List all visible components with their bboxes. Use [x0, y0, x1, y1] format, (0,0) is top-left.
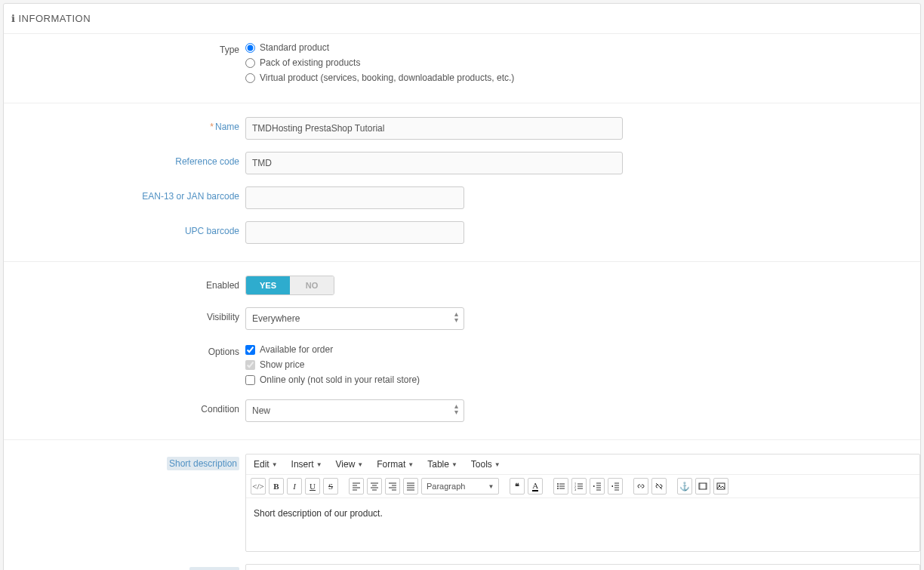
indent-button[interactable]: [608, 478, 623, 495]
underline-button[interactable]: U: [305, 478, 320, 495]
upc-input[interactable]: [245, 221, 464, 244]
label-enabled: Enabled: [4, 276, 245, 291]
menu-insert[interactable]: Insert▼: [288, 567, 325, 570]
unlink-button[interactable]: [651, 478, 667, 495]
svg-point-1: [557, 485, 559, 487]
check-online-only-label: Online only (not sold in your retail sto…: [260, 374, 420, 385]
menu-tools[interactable]: Tools▼: [468, 457, 504, 472]
information-panel: ℹINFORMATION Type Standard product Pack …: [3, 3, 921, 570]
paragraph-select[interactable]: Paragraph▼: [421, 478, 499, 495]
menu-view[interactable]: View▼: [333, 567, 367, 570]
svg-point-0: [557, 483, 559, 485]
panel-title: INFORMATION: [19, 13, 91, 24]
editor-menubar: Edit▼ Insert▼ View▼ Format▼ Table▼ Tools…: [246, 565, 919, 570]
check-show-price[interactable]: [245, 360, 255, 370]
toggle-no[interactable]: NO: [290, 276, 334, 294]
label-condition: Condition: [4, 399, 245, 414]
toggle-yes[interactable]: YES: [246, 276, 290, 294]
short-description-content[interactable]: Short description of our product.: [246, 498, 919, 551]
menu-edit[interactable]: Edit▼: [251, 457, 281, 472]
condition-select[interactable]: New: [245, 399, 464, 422]
align-left-button[interactable]: [349, 478, 364, 495]
label-type: Type: [4, 40, 245, 55]
align-justify-button[interactable]: [403, 478, 418, 495]
label-description: Description: [4, 564, 245, 570]
menu-table[interactable]: Table▼: [424, 457, 460, 472]
align-center-button[interactable]: [367, 478, 382, 495]
menu-view[interactable]: View▼: [333, 457, 367, 472]
menu-table[interactable]: Table▼: [424, 567, 460, 570]
outdent-button[interactable]: [590, 478, 605, 495]
italic-button[interactable]: I: [287, 478, 302, 495]
svg-text:3: 3: [574, 488, 576, 491]
radio-pack-label: Pack of existing products: [260, 57, 360, 68]
visibility-select[interactable]: Everywhere: [245, 307, 464, 330]
svg-rect-9: [717, 483, 725, 489]
enabled-toggle[interactable]: YES NO: [245, 276, 334, 295]
radio-virtual-label: Virtual product (services, booking, down…: [260, 72, 514, 83]
panel-header: ℹINFORMATION: [4, 4, 920, 34]
label-short-description: Short description: [4, 454, 245, 469]
label-upc: UPC barcode: [4, 221, 245, 236]
menu-insert[interactable]: Insert▼: [288, 457, 325, 472]
name-input[interactable]: [245, 117, 623, 140]
radio-pack-product[interactable]: [245, 58, 255, 68]
label-ean13: EAN-13 or JAN barcode: [4, 186, 245, 202]
check-online-only[interactable]: [245, 375, 255, 385]
text-color-button[interactable]: A: [528, 478, 543, 495]
blockquote-button[interactable]: ❝: [510, 478, 525, 495]
radio-standard-product[interactable]: [245, 43, 255, 53]
bold-button[interactable]: B: [269, 478, 284, 495]
image-button[interactable]: [713, 478, 728, 495]
ean13-input[interactable]: [245, 186, 464, 209]
description-editor: Edit▼ Insert▼ View▼ Format▼ Table▼ Tools…: [245, 564, 920, 570]
label-visibility: Visibility: [4, 307, 245, 322]
radio-virtual-product[interactable]: [245, 73, 255, 83]
svg-rect-7: [699, 483, 701, 489]
short-description-editor: Edit▼ Insert▼ View▼ Format▼ Table▼ Tools…: [245, 454, 920, 552]
svg-rect-8: [705, 483, 707, 489]
menu-tools[interactable]: Tools▼: [468, 567, 504, 570]
menu-format[interactable]: Format▼: [374, 457, 417, 472]
svg-point-2: [557, 488, 559, 489]
check-show-price-label: Show price: [260, 359, 304, 370]
strikethrough-button[interactable]: S: [323, 478, 338, 495]
source-code-button[interactable]: </>: [251, 478, 266, 495]
label-options: Options: [4, 342, 245, 357]
numbered-list-button[interactable]: 123: [571, 478, 587, 495]
editor-menubar: Edit▼ Insert▼ View▼ Format▼ Table▼ Tools…: [246, 454, 919, 475]
bullet-list-button[interactable]: [553, 478, 568, 495]
radio-standard-label: Standard product: [260, 42, 329, 53]
editor-toolbar: </> B I U S Paragraph▼ ❝ A 123: [246, 475, 919, 498]
anchor-button[interactable]: ⚓: [677, 478, 692, 495]
label-reference: Reference code: [4, 152, 245, 167]
check-available-label: Available for order: [260, 344, 333, 355]
check-available-for-order[interactable]: [245, 345, 255, 355]
align-right-button[interactable]: [385, 478, 400, 495]
reference-input[interactable]: [245, 152, 623, 174]
menu-edit[interactable]: Edit▼: [251, 567, 281, 570]
media-button[interactable]: [695, 478, 710, 495]
menu-format[interactable]: Format▼: [374, 567, 417, 570]
link-button[interactable]: [633, 478, 648, 495]
label-name: *Name: [4, 117, 245, 132]
info-icon: ℹ: [11, 13, 16, 24]
